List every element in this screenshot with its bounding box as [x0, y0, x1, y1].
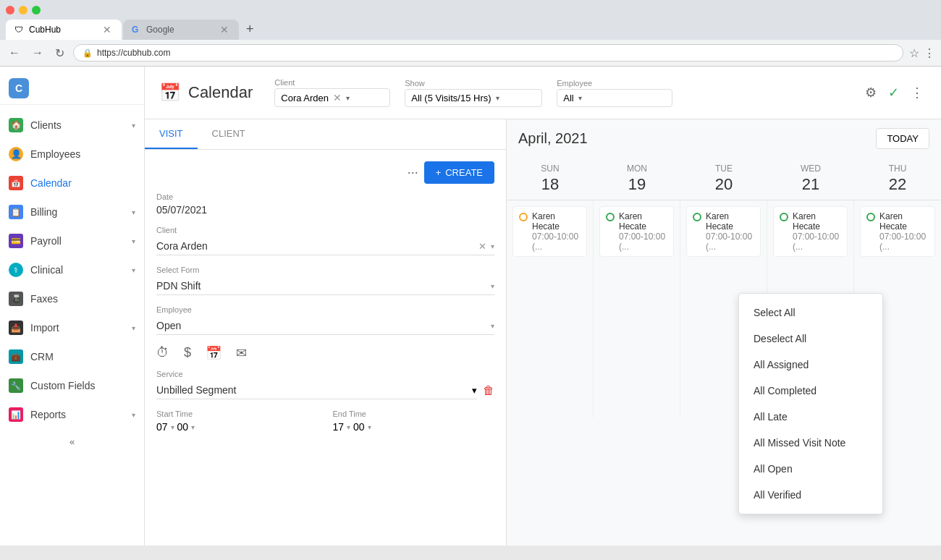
sidebar-payroll-label: Payroll [30, 235, 125, 247]
sidebar-item-payroll[interactable]: 💳 Payroll ▾ [0, 226, 144, 255]
filter-button[interactable]: ⚙ [862, 82, 879, 103]
menu-button[interactable]: ⋮ [924, 46, 935, 60]
tab-client[interactable]: CLIENT [198, 119, 260, 149]
collapse-icon: « [69, 436, 75, 447]
employees-icon: 👤 [9, 147, 23, 161]
reload-button[interactable]: ↻ [52, 45, 67, 61]
visit-info-3: Karen Hecate 07:00-10:00 (... [793, 211, 841, 252]
filter-dropdown: Select All Deselect All All Assigned All… [738, 293, 883, 514]
tab-close-google[interactable]: ✕ [219, 24, 230, 35]
dollar-icon[interactable]: $ [184, 345, 191, 361]
crm-icon: 💼 [9, 349, 23, 364]
sidebar-item-employees[interactable]: 👤 Employees [0, 140, 144, 169]
dropdown-item-all-late[interactable]: All Late [739, 404, 882, 430]
visit-dot-4 [866, 213, 875, 221]
visit-name-4: Karen Hecate [879, 211, 929, 232]
visit-card-0[interactable]: Karen Hecate 07:00-10:00 (... [512, 206, 587, 257]
panel-dots-button[interactable]: ··· [408, 165, 418, 180]
dropdown-item-all-missed[interactable]: All Missed Visit Note [739, 430, 882, 456]
today-button[interactable]: TODAY [876, 128, 929, 149]
sidebar-reports-label: Reports [30, 409, 125, 420]
client-filter-value: Cora Arden [281, 93, 329, 103]
day-col-sun: Karen Hecate 07:00-10:00 (... [507, 200, 594, 417]
service-select[interactable]: Unbilled Segment ▾ [156, 381, 477, 399]
sidebar-item-clinical[interactable]: ⚕ Clinical ▾ [0, 255, 144, 284]
sidebar-item-faxes[interactable]: 📠 Faxes [0, 284, 144, 313]
visit-dot-2 [693, 213, 701, 221]
weekdays-header: SUN 18 MON 19 TUE 20 WED 21 [507, 158, 941, 200]
back-button[interactable]: ← [6, 45, 23, 61]
bookmark-button[interactable]: ☆ [909, 46, 919, 60]
tab-google[interactable]: G Google ✕ [123, 20, 239, 40]
create-label: CREATE [445, 167, 483, 178]
visit-name-2: Karen Hecate [706, 211, 754, 232]
traffic-dot-yellow [19, 6, 28, 14]
service-delete-button[interactable]: 🗑 [483, 384, 494, 397]
dropdown-item-all-completed[interactable]: All Completed [739, 378, 882, 404]
address-bar[interactable]: 🔒 https://cubhub.com [73, 44, 903, 61]
dropdown-item-all-open[interactable]: All Open [739, 456, 882, 482]
visit-info-2: Karen Hecate 07:00-10:00 (... [706, 211, 754, 252]
tab-visit[interactable]: VISIT [145, 119, 198, 149]
visit-card-3[interactable]: Karen Hecate 07:00-10:00 (... [773, 206, 848, 257]
weekday-sun: SUN 18 [507, 158, 594, 200]
client-clear-button[interactable]: ✕ [333, 92, 342, 103]
forward-button[interactable]: → [29, 45, 46, 61]
start-min-arrow[interactable]: ▾ [191, 423, 195, 431]
logo-icon: C [9, 78, 29, 98]
sidebar-item-custom-fields[interactable]: 🔧 Custom Fields [0, 371, 144, 400]
visit-card-2[interactable]: Karen Hecate 07:00-10:00 (... [686, 206, 761, 257]
calendar-header: 📅 Calendar Client Cora Arden ✕ ▾ Show Al… [145, 67, 941, 119]
panel-content: ··· + CREATE Date 05/07/2021 Client C [145, 150, 506, 444]
clock-icon[interactable]: ⏱ [156, 345, 169, 361]
billing-icon: 📋 [9, 205, 23, 219]
time-row: Start Time 07 ▾ 00 ▾ End Time 17 [156, 410, 494, 433]
visit-dot-1 [606, 213, 615, 221]
day-col-mon: Karen Hecate 07:00-10:00 (... [594, 200, 680, 417]
end-hour-arrow[interactable]: ▾ [347, 423, 350, 431]
check-button[interactable]: ✓ [885, 82, 902, 103]
send-icon[interactable]: ✉ [236, 345, 247, 361]
dropdown-item-deselect-all[interactable]: Deselect All [739, 326, 882, 352]
visit-dot-0 [519, 213, 528, 221]
sidebar-item-clients[interactable]: 🏠 Clients ▾ [0, 111, 144, 140]
sidebar-item-billing[interactable]: 📋 Billing ▾ [0, 198, 144, 226]
employee-form-input[interactable]: Open ▾ [156, 317, 494, 335]
more-options-button[interactable]: ⋮ [908, 82, 927, 103]
start-time-select[interactable]: 07 ▾ 00 ▾ [156, 421, 318, 433]
employee-filter-select[interactable]: All ▾ [557, 89, 672, 107]
clients-chevron: ▾ [132, 122, 135, 130]
tab-close-cubhub[interactable]: ✕ [101, 24, 113, 35]
dropdown-item-all-verified[interactable]: All Verified [739, 482, 882, 508]
sidebar-item-reports[interactable]: 📊 Reports ▾ [0, 400, 144, 429]
tab-cubhub[interactable]: 🛡 CubHub ✕ [6, 20, 122, 40]
sidebar-item-crm[interactable]: 💼 CRM [0, 342, 144, 371]
dropdown-item-select-all[interactable]: Select All [739, 300, 882, 326]
calendar-title-group: 📅 Calendar [159, 82, 253, 103]
sidebar-item-import[interactable]: 📥 Import ▾ [0, 313, 144, 342]
employee-filter-label: Employee [557, 79, 672, 88]
dropdown-item-all-assigned[interactable]: All Assigned [739, 352, 882, 378]
start-hour-arrow[interactable]: ▾ [171, 423, 174, 431]
traffic-dot-green [32, 6, 41, 14]
end-time-select[interactable]: 17 ▾ 00 ▾ [333, 421, 495, 433]
show-filter-select[interactable]: All (5 Visits/15 Hrs) ▾ [405, 89, 542, 107]
sidebar-item-calendar[interactable]: 📅 Calendar [0, 169, 144, 198]
end-min-arrow[interactable]: ▾ [368, 423, 371, 431]
calendar-form-icon[interactable]: 📅 [206, 345, 221, 361]
client-form-label: Client [156, 226, 494, 234]
visit-card-4[interactable]: Karen Hecate 07:00-10:00 (... [860, 206, 935, 257]
select-form-input[interactable]: PDN Shift ▾ [156, 277, 494, 295]
weekday-mon: MON 19 [594, 158, 680, 200]
new-tab-button[interactable]: + [239, 19, 261, 40]
start-hour: 07 [156, 421, 168, 433]
sidebar-clients-label: Clients [30, 119, 125, 131]
show-filter-value: All (5 Visits/15 Hrs) [411, 93, 491, 103]
date-label: Date [156, 192, 494, 201]
sidebar-collapse-button[interactable]: « [0, 429, 144, 454]
visit-card-1[interactable]: Karen Hecate 07:00-10:00 (... [599, 206, 674, 257]
client-form-clear[interactable]: ✕ [478, 241, 486, 252]
client-filter-select[interactable]: Cora Arden ✕ ▾ [274, 88, 390, 107]
client-form-input[interactable]: Cora Arden ✕ ▾ [156, 237, 494, 255]
create-button[interactable]: + CREATE [424, 161, 494, 184]
